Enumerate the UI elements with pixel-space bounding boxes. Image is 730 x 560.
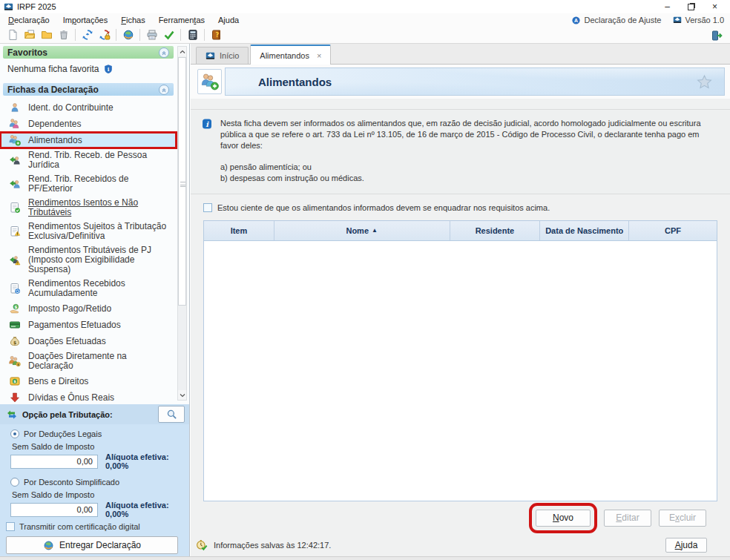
radio-deducoes-legais-label: Por Deduções Legais bbox=[24, 429, 102, 438]
sidebar-item-label: Rendimentos Sujeitos à Tributação Exclus… bbox=[28, 222, 175, 241]
minimize-button[interactable]: – bbox=[665, 2, 670, 11]
sidebar-item-dependentes[interactable]: Dependentes bbox=[0, 116, 177, 132]
sidebar-item-doacoes-efetuadas[interactable]: $Doações Efetuadas bbox=[0, 333, 177, 349]
editar-button[interactable]: Editar bbox=[604, 510, 651, 527]
ficha-banner: Alimentandos bbox=[225, 67, 725, 96]
sidebar-item-rend-trib-recebidos-de-pfexterior[interactable]: Rend. Trib. Recebidos de PF/Exterior bbox=[0, 172, 177, 196]
column-header-label: Item bbox=[231, 226, 248, 235]
novo-button[interactable]: Novo bbox=[536, 510, 591, 527]
print-icon[interactable] bbox=[143, 27, 160, 43]
collapse-chevrons-icon[interactable] bbox=[159, 85, 169, 95]
ficha-icon-box bbox=[197, 69, 222, 94]
income-pj-icon bbox=[9, 154, 22, 166]
toolbar-separator bbox=[116, 29, 116, 41]
aliquota-label: Alíquota efetiva: 0,00% bbox=[105, 452, 183, 470]
favorite-star-icon[interactable] bbox=[697, 74, 712, 90]
sync-certificate-icon[interactable] bbox=[96, 27, 113, 43]
tax-swap-arrows-icon bbox=[6, 409, 18, 421]
fichas-header[interactable]: Fichas da Declaração bbox=[3, 83, 174, 96]
open-file-icon[interactable] bbox=[21, 27, 38, 43]
verify-check-icon[interactable] bbox=[160, 27, 177, 43]
sidebar-item-imposto-pagoretido[interactable]: $Imposto Pago/Retido bbox=[0, 300, 177, 317]
transmit-checkbox[interactable] bbox=[6, 522, 15, 531]
radio-deducoes-legais[interactable] bbox=[10, 429, 19, 438]
exit-door-icon bbox=[711, 30, 723, 42]
sidebar-item-pagamentos-efetuados[interactable]: Pagamentos Efetuados bbox=[0, 317, 177, 333]
svg-text:?: ? bbox=[215, 32, 219, 39]
table-body[interactable] bbox=[204, 241, 717, 501]
acknowledge-checkbox[interactable] bbox=[203, 203, 212, 212]
scroll-up-icon[interactable] bbox=[178, 47, 186, 56]
collapse-chevrons-icon[interactable] bbox=[159, 47, 169, 58]
status-text: Informações salvas às 12:42:17. bbox=[214, 541, 331, 550]
sidebar: Favoritos Nenhuma ficha favorita i Ficha… bbox=[0, 44, 190, 556]
close-tab-icon[interactable]: × bbox=[317, 51, 321, 60]
sidebar-item-dividas-e-onus-reais[interactable]: Dívidas e Ônus Reais bbox=[0, 389, 177, 404]
new-document-icon[interactable] bbox=[4, 27, 21, 43]
svg-text:$: $ bbox=[17, 363, 19, 366]
tax-search-button[interactable] bbox=[158, 406, 185, 423]
sidebar-item-alimentandos[interactable]: Alimentandos bbox=[0, 132, 177, 148]
sidebar-item-rendimentos-sujeitos-a-tributacao-exclusivadefinitiva[interactable]: Rendimentos Sujeitos à Tributação Exclus… bbox=[0, 220, 177, 243]
menu-ferramentas[interactable]: Ferramentas bbox=[152, 14, 211, 26]
person-icon bbox=[9, 102, 22, 113]
transmit-label: Transmitir com certificação digital bbox=[19, 522, 140, 531]
tab-label: Alimentandos bbox=[260, 51, 309, 60]
trash-icon[interactable] bbox=[55, 27, 72, 43]
radio-desconto-simplificado[interactable] bbox=[10, 478, 19, 487]
info-item-b: b) despesas com instrução ou médicas. bbox=[220, 173, 712, 184]
close-button[interactable]: × bbox=[712, 2, 717, 11]
tab-inicio[interactable]: Início bbox=[196, 47, 249, 64]
transmit-globe-icon[interactable] bbox=[119, 27, 137, 43]
sidebar-item-rend-trib-receb-de-pessoa-juridica[interactable]: Rend. Trib. Receb. de Pessoa Jurídica bbox=[0, 148, 177, 172]
page-title: Alimentandos bbox=[226, 76, 332, 88]
sidebar-item-bens-e-direitos[interactable]: $Bens e Direitos bbox=[0, 373, 177, 389]
favorites-header-label: Favoritos bbox=[7, 47, 47, 58]
excluir-button[interactable]: Excluir bbox=[659, 510, 706, 527]
tab-alimentandos[interactable]: Alimentandos× bbox=[250, 45, 331, 65]
debt-arrow-icon bbox=[9, 392, 22, 403]
sync-receita-icon[interactable] bbox=[79, 27, 96, 43]
sidebar-scrollbar[interactable] bbox=[177, 46, 187, 401]
submit-declaration-button[interactable]: Entregar Declaração bbox=[6, 536, 178, 554]
donation-people-icon: $ bbox=[9, 355, 22, 367]
column-header-label: Residente bbox=[476, 226, 515, 235]
tax-value-input-legais[interactable] bbox=[10, 455, 98, 469]
sidebar-item-label: Rendimentos Recebidos Acumuladamente bbox=[28, 279, 175, 298]
menu-fichas[interactable]: Fichas bbox=[114, 14, 151, 26]
status-bar: Informações salvas às 12:42:17. Ajuda bbox=[191, 534, 730, 556]
main-panel: InícioAlimentandos× Alimentandos i Nesta… bbox=[191, 44, 730, 556]
content: Favoritos Nenhuma ficha favorita i Ficha… bbox=[0, 44, 730, 556]
menu-importacoes[interactable]: Importações bbox=[56, 14, 115, 26]
radio-desconto-simplificado-label: Por Desconto Simplificado bbox=[24, 478, 119, 487]
favorites-header[interactable]: Favoritos bbox=[3, 46, 174, 59]
tax-value-input-simplificado[interactable] bbox=[10, 503, 98, 517]
scroll-down-icon[interactable] bbox=[178, 390, 186, 400]
banner-strip: Alimentandos bbox=[191, 65, 730, 99]
exit-door-icon[interactable] bbox=[708, 27, 725, 43]
column-header-residente[interactable]: Residente bbox=[450, 221, 541, 240]
scrollbar-thumb[interactable] bbox=[178, 57, 186, 306]
fichas-header-label: Fichas da Declaração bbox=[7, 85, 99, 95]
menu-declaracao[interactable]: Declaração bbox=[1, 14, 56, 26]
menu-ajuda[interactable]: Ajuda bbox=[211, 14, 246, 26]
calculator-icon[interactable] bbox=[184, 27, 201, 43]
version-badge: Versão 1.0 bbox=[673, 16, 724, 24]
tax-swap-arrows-icon bbox=[6, 409, 18, 421]
sidebar-item-rendimentos-tributaveis-de-pj-imposto-com-exigibilidade-suspensa[interactable]: Rendimentos Tributáveis de PJ (Imposto c… bbox=[0, 243, 177, 277]
column-header-cpf[interactable]: CPF bbox=[629, 221, 717, 240]
sidebar-item-rendimentos-isentos-e-nao-tributaveis[interactable]: Rendimentos Isentos e Não Tributáveis bbox=[0, 196, 177, 220]
receita-logo-icon bbox=[4, 2, 13, 12]
column-header-data-de-nascimento[interactable]: Data de Nascimento bbox=[540, 221, 629, 240]
help-button[interactable]: Ajuda bbox=[665, 538, 707, 553]
maximize-button[interactable] bbox=[688, 4, 694, 10]
column-header-nome[interactable]: Nome▲ bbox=[274, 221, 450, 240]
receita-logo-icon bbox=[205, 51, 215, 61]
column-header-item[interactable]: Item bbox=[204, 221, 274, 240]
sidebar-item-label: Rend. Trib. Receb. de Pessoa Jurídica bbox=[28, 151, 175, 170]
sidebar-item-doacoes-diretamente-na-declaracao[interactable]: $Doações Diretamente na Declaração bbox=[0, 349, 177, 373]
folder-icon[interactable] bbox=[38, 27, 55, 43]
help-book-icon[interactable]: ? bbox=[208, 27, 225, 43]
sidebar-item-ident-do-contribuinte[interactable]: Ident. do Contribuinte bbox=[0, 99, 177, 116]
sidebar-item-rendimentos-recebidos-acumuladamente[interactable]: Rendimentos Recebidos Acumuladamente bbox=[0, 277, 177, 300]
